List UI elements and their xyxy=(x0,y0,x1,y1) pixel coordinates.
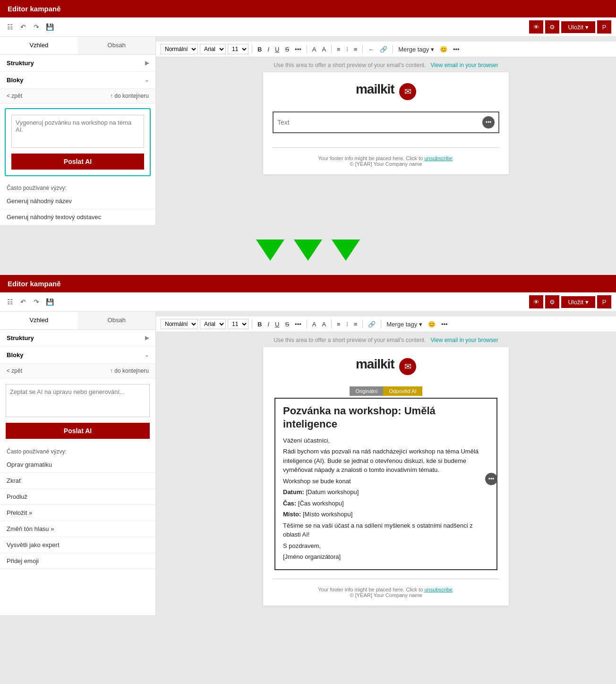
italic-btn-1[interactable]: I xyxy=(265,45,271,54)
bold-btn-2[interactable]: B xyxy=(256,320,264,329)
save-btn-1[interactable]: Uložit ▾ xyxy=(561,21,595,33)
strike-btn-2[interactable]: S xyxy=(283,320,291,329)
undo-icon-2[interactable]: ↶ xyxy=(18,297,28,307)
save-file-icon[interactable]: 💾 xyxy=(44,22,55,32)
save-btn-2[interactable]: Uložit ▾ xyxy=(561,296,595,308)
poslat-ai-btn-2[interactable]: Poslat AI xyxy=(6,423,150,439)
more-dots-btn-2[interactable]: ••• xyxy=(293,320,303,329)
to-container-btn-2[interactable]: ↑ do kontejneru xyxy=(110,368,149,374)
back-btn-2[interactable]: < zpět xyxy=(7,368,22,374)
tab-vzhled-1[interactable]: Vzhled xyxy=(0,37,78,54)
ai-prompt-area-1: Poslat AI xyxy=(5,108,151,176)
struktury-arrow-1: ▶ xyxy=(145,60,149,66)
preview-btn-2[interactable]: 👁 xyxy=(529,295,543,308)
bloky-section-1[interactable]: Bloky ⌄ xyxy=(0,72,155,89)
extra-btn-2[interactable]: P xyxy=(597,295,611,308)
top-bar-1: Editor kampaně xyxy=(0,0,616,17)
extra-dots-btn-1[interactable]: ••• xyxy=(451,45,462,54)
emoji-btn-2[interactable]: 😊 xyxy=(426,320,437,329)
text-field-box-1[interactable]: Text ••• xyxy=(273,111,499,133)
font-color-btn-2[interactable]: A xyxy=(310,320,318,329)
indent-btn-2[interactable]: ≡ xyxy=(352,320,359,329)
list-btn-1[interactable]: ⁝ xyxy=(344,45,350,54)
toolbar-1: ☷ ↶ ↷ 💾 👁 ⚙ Uložit ▾ P xyxy=(0,17,616,37)
format-normal-select-1[interactable]: Normální xyxy=(161,44,198,54)
align-btn-2[interactable]: ≡ xyxy=(335,320,342,329)
ai-greeting: Vážení účastníci, xyxy=(283,436,489,445)
font-color-btn-1[interactable]: A xyxy=(310,45,318,54)
indent-btn-1[interactable]: ≡ xyxy=(352,45,359,54)
bg-color-btn-2[interactable]: A xyxy=(320,320,328,329)
bloky-section-2[interactable]: Bloky ⌄ xyxy=(0,347,155,364)
tab-obsah-1[interactable]: Obsah xyxy=(78,37,156,54)
format-toolbar-2: Normální Arial 11 B I U S ••• A A ≡ xyxy=(156,316,616,332)
freq-item-2-6[interactable]: Přidej emoji xyxy=(0,553,155,569)
format-size-select-2[interactable]: 11 xyxy=(228,319,248,329)
freq-item-2-5[interactable]: Vysvětli jako expert xyxy=(0,537,155,553)
underline-btn-1[interactable]: U xyxy=(273,45,281,54)
grid-icon-2[interactable]: ☷ xyxy=(5,297,15,307)
freq-item-2-4[interactable]: Změň tón hlasu » xyxy=(0,521,155,537)
list-btn-2[interactable]: ⁝ xyxy=(344,320,350,329)
extra-dots-btn-2[interactable]: ••• xyxy=(439,320,450,329)
freq-item-2-0[interactable]: Oprav gramatiku xyxy=(0,457,155,473)
to-container-btn-1[interactable]: ↑ do kontejneru xyxy=(110,93,149,99)
freq-item-1-0[interactable]: Generuj náhodný název xyxy=(0,193,155,209)
three-dots-btn-2[interactable]: ••• xyxy=(485,473,497,485)
settings-btn-2[interactable]: ⚙ xyxy=(545,295,559,308)
ai-textarea-1[interactable] xyxy=(11,115,144,148)
more-dots-btn-1[interactable]: ••• xyxy=(293,45,303,54)
back-btn-1[interactable]: < zpět xyxy=(7,93,22,99)
tab-ai-response[interactable]: Odpověď AI xyxy=(383,386,422,396)
format-font-select-2[interactable]: Arial xyxy=(200,319,226,329)
ai-content-box: Pozvánka na workshop: Umělá inteligence … xyxy=(274,398,497,570)
ai-textarea-2[interactable] xyxy=(6,384,150,417)
top-bar-2: Editor kampaně xyxy=(0,275,616,292)
ai-time: Čas: [Čas workshopu] xyxy=(283,499,489,508)
format-size-select-1[interactable]: 11 xyxy=(228,44,248,54)
save-file-icon-2[interactable]: 💾 xyxy=(44,297,55,307)
link-btn-2[interactable]: 🔗 xyxy=(366,320,377,329)
tab-obsah-2[interactable]: Obsah xyxy=(78,312,156,329)
editor-section-1: Editor kampaně ☷ ↶ ↷ 💾 👁 ⚙ Uložit ▾ P Vz… xyxy=(0,0,616,225)
bold-btn-1[interactable]: B xyxy=(256,45,264,54)
view-in-browser-link-2[interactable]: View email in your browser xyxy=(431,337,498,343)
freq-item-1-1[interactable]: Generuj náhodný textový odstavec xyxy=(0,209,155,225)
redo-icon-2[interactable]: ↷ xyxy=(31,297,42,307)
italic-btn-2[interactable]: I xyxy=(265,320,271,329)
format-font-select-1[interactable]: Arial xyxy=(200,44,226,54)
align-btn-1[interactable]: ≡ xyxy=(335,45,342,54)
merge-tags-btn-2[interactable]: Merge tagy ▾ xyxy=(385,320,424,329)
merge-tags-btn-1[interactable]: Merge tagy ▾ xyxy=(396,45,436,54)
freq-item-2-3[interactable]: Přeložit » xyxy=(0,505,155,521)
emoji-btn-1[interactable]: 😊 xyxy=(438,45,449,54)
ai-body1: Rádi bychom vás pozvali na náš nadcházej… xyxy=(283,447,489,475)
app-title-2: Editor kampaně xyxy=(8,280,61,288)
underline-btn-2[interactable]: U xyxy=(273,320,281,329)
redo-icon[interactable]: ↷ xyxy=(31,22,42,32)
unsubscribe-link-2[interactable]: unsubscribe xyxy=(424,587,452,592)
struktury-section-2[interactable]: Struktury ▶ xyxy=(0,330,155,347)
freq-item-2-1[interactable]: Zkrať xyxy=(0,473,155,489)
grid-icon[interactable]: ☷ xyxy=(5,22,15,32)
poslat-ai-btn-1[interactable]: Poslat AI xyxy=(11,154,144,170)
ai-workshop-header: Workshop se bude konat xyxy=(283,477,489,486)
view-in-browser-link-1[interactable]: View email in your browser xyxy=(431,62,498,68)
strike-btn-1[interactable]: S xyxy=(283,45,291,54)
freq-item-2-2[interactable]: Prodluž xyxy=(0,489,155,505)
struktury-section-1[interactable]: Struktury ▶ xyxy=(0,55,155,72)
logo-text-2: mailkit xyxy=(356,357,394,371)
preview-btn-1[interactable]: 👁 xyxy=(529,20,543,34)
three-dots-btn-1[interactable]: ••• xyxy=(482,116,495,128)
unsubscribe-link-1[interactable]: unsubscribe xyxy=(424,155,452,161)
format-normal-select-2[interactable]: Normální xyxy=(161,319,198,329)
format-toolbar-1: Normální Arial 11 B I U S ••• A A ≡ xyxy=(156,42,616,57)
bg-color-btn-1[interactable]: A xyxy=(320,45,328,54)
extra-btn-1[interactable]: P xyxy=(597,20,611,34)
link-btn-1[interactable]: 🔗 xyxy=(378,45,389,54)
outdent-btn-1[interactable]: ← xyxy=(366,45,376,54)
tab-vzhled-2[interactable]: Vzhled xyxy=(0,312,78,329)
undo-icon[interactable]: ↶ xyxy=(18,22,28,32)
tab-original[interactable]: Originální xyxy=(350,386,383,396)
settings-btn-1[interactable]: ⚙ xyxy=(545,20,559,34)
